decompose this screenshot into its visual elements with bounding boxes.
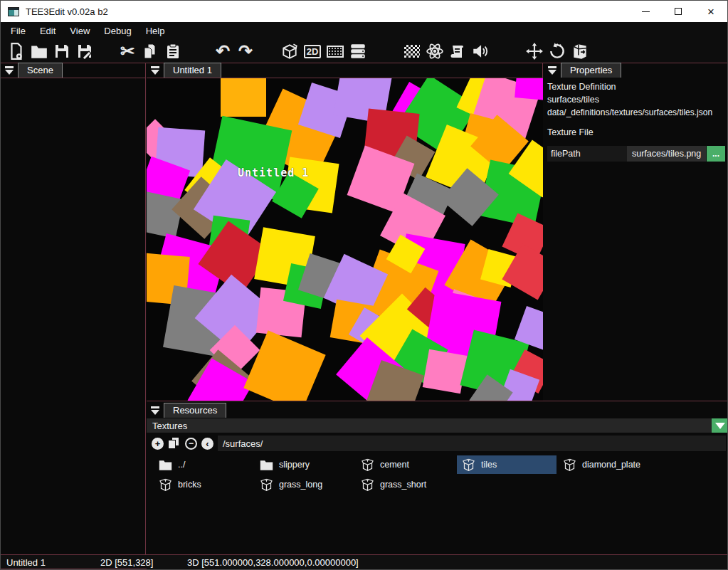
texture-rect-icon	[327, 46, 344, 58]
title-bar: TEE3Edit v0.02a b2 ×	[1, 1, 727, 22]
resource-item-bricks[interactable]: bricks	[154, 475, 253, 494]
app-icon	[8, 7, 19, 16]
save-button[interactable]	[51, 41, 73, 62]
save-as-icon	[76, 43, 93, 60]
properties-panel: Properties Texture Definition surfaces/t…	[544, 63, 728, 401]
browse-button[interactable]: ...	[707, 146, 725, 162]
texture-definition-name: surfaces/tiles	[547, 93, 725, 106]
script-button[interactable]	[446, 41, 469, 62]
tab-untitled-1[interactable]: Untitled 1	[164, 63, 221, 78]
undo-button[interactable]: ↶	[211, 41, 234, 62]
tab-properties[interactable]: Properties	[561, 63, 621, 78]
transform-box-icon	[571, 42, 589, 60]
paste-icon	[164, 43, 181, 60]
viewport-watermark: Untitled 1	[238, 167, 309, 179]
plus-icon: +	[155, 439, 161, 448]
new-file-icon	[7, 42, 26, 60]
transform-box-button[interactable]	[569, 41, 591, 62]
resource-item-grass-short[interactable]: grass_short	[356, 475, 455, 494]
package-icon	[361, 458, 374, 471]
resource-category-dropdown[interactable]: Textures	[147, 418, 728, 433]
copy-button[interactable]	[139, 41, 162, 62]
resource-item-parent-dir[interactable]: ../	[154, 455, 253, 474]
redo-button[interactable]: ↷	[234, 41, 257, 62]
cut-icon: ✂	[120, 43, 134, 60]
atom-icon	[426, 42, 444, 60]
view-2d-icon: 2D	[304, 45, 322, 58]
folder-icon	[260, 459, 273, 471]
maximize-button[interactable]	[662, 1, 695, 22]
menu-bar: File Edit View Debug Help	[1, 22, 727, 40]
menu-file[interactable]: File	[4, 23, 33, 38]
texture-view-button[interactable]	[324, 41, 347, 62]
view-2d-button[interactable]: 2D	[301, 41, 324, 62]
minimize-button[interactable]	[629, 1, 662, 22]
tab-scene[interactable]: Scene	[18, 63, 63, 78]
toolbar: ✂ ↶ ↷ 2D	[1, 40, 727, 63]
folder-icon	[159, 459, 172, 471]
menu-view[interactable]: View	[63, 23, 97, 38]
minus-icon: −	[189, 439, 194, 448]
rotate-icon	[548, 42, 566, 60]
close-button[interactable]: ×	[695, 1, 727, 22]
app-window: TEE3Edit v0.02a b2 × File Edit View Debu…	[0, 0, 728, 570]
save-as-button[interactable]	[73, 41, 96, 62]
resource-item-grass-long[interactable]: grass_long	[255, 475, 354, 494]
collapse-panel-icon[interactable]	[1, 63, 18, 78]
resources-panel: Resources Textures + − ‹ /surfaces/ ../ …	[147, 401, 728, 554]
collapse-panel-icon[interactable]	[147, 63, 164, 78]
back-button[interactable]: ‹	[201, 438, 213, 450]
resources-tabbar: Resources	[147, 403, 728, 418]
chevron-down-icon	[715, 423, 725, 429]
maximize-icon	[675, 8, 682, 15]
paste-button[interactable]	[162, 41, 184, 62]
remove-resource-button[interactable]: −	[185, 438, 197, 450]
scene-tree[interactable]	[1, 78, 145, 554]
texture-definition-heading: Texture Definition	[547, 80, 725, 93]
file-path-value[interactable]: surfaces/tiles.png	[627, 146, 706, 162]
collapse-panel-icon[interactable]	[147, 403, 164, 418]
open-file-button[interactable]	[28, 41, 51, 62]
pattern-button[interactable]	[401, 41, 423, 62]
move-icon	[525, 42, 544, 60]
duplicate-resource-button[interactable]	[168, 437, 181, 450]
rotate-button[interactable]	[546, 41, 569, 62]
viewport-canvas[interactable]: Untitled 1	[147, 78, 543, 401]
status-document-name: Untitled 1	[6, 557, 46, 568]
close-icon: ×	[707, 6, 714, 18]
cut-button[interactable]: ✂	[116, 41, 139, 62]
entities-button[interactable]	[423, 41, 446, 62]
save-icon	[53, 43, 70, 60]
add-resource-button[interactable]: +	[152, 438, 164, 450]
collapse-panel-icon[interactable]	[544, 63, 561, 78]
tab-resources[interactable]: Resources	[164, 403, 226, 418]
layers-button[interactable]	[347, 41, 369, 62]
menu-help[interactable]: Help	[139, 23, 172, 38]
move-button[interactable]	[523, 41, 546, 62]
audio-button[interactable]	[469, 41, 492, 62]
status-2d-coordinates: 2D [551,328]	[100, 557, 153, 568]
view-3d-button[interactable]	[278, 41, 301, 62]
menu-edit[interactable]: Edit	[33, 23, 63, 38]
copy-icon	[142, 43, 159, 60]
new-file-button[interactable]	[5, 41, 28, 62]
scene-tabbar: Scene	[1, 63, 145, 78]
resource-item-tiles[interactable]: tiles	[457, 455, 556, 474]
minimize-icon	[642, 11, 650, 12]
package-icon	[462, 458, 475, 471]
window-title: TEE3Edit v0.02a b2	[26, 6, 108, 17]
undo-icon: ↶	[216, 43, 230, 60]
category-dropdown-button[interactable]	[712, 418, 728, 433]
back-icon: ‹	[206, 439, 209, 448]
package-icon	[361, 478, 374, 491]
resource-path-field[interactable]: /surfaces/	[218, 436, 726, 451]
properties-tabbar: Properties	[544, 63, 728, 78]
resource-item-diamond-plate[interactable]: diamond_plate	[558, 455, 658, 474]
resource-category-label: Textures	[147, 421, 712, 431]
resource-item-cement[interactable]: cement	[356, 455, 455, 474]
file-path-key: filePath	[547, 146, 627, 162]
viewport-tabbar: Untitled 1	[147, 63, 542, 78]
resource-item-slippery[interactable]: slippery	[255, 455, 354, 474]
menu-debug[interactable]: Debug	[97, 23, 138, 38]
package-icon	[563, 458, 576, 471]
